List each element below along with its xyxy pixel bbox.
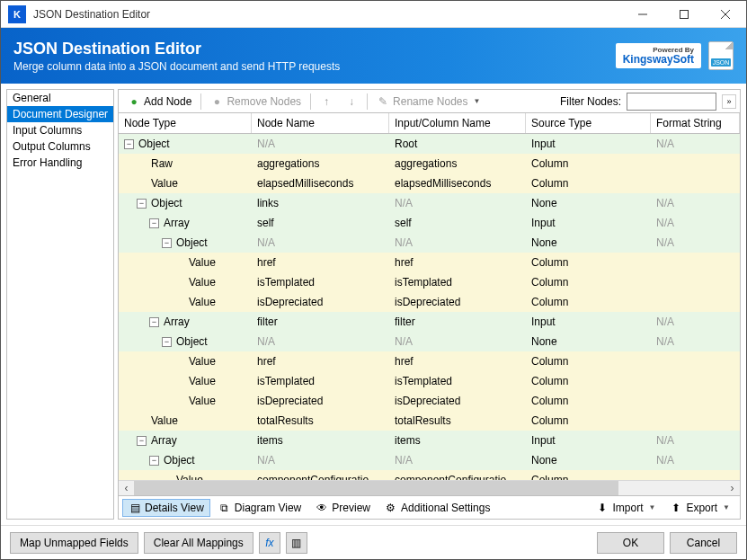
collapse-icon[interactable]: − — [149, 456, 159, 466]
table-row[interactable]: −ObjectN/AN/ANoneN/A — [119, 332, 740, 351]
sidebar: GeneralDocument DesignerInput ColumnsOut… — [6, 89, 114, 520]
cell: Column — [526, 296, 651, 308]
minus-icon: ● — [210, 95, 223, 108]
cell: N/A — [651, 217, 740, 229]
move-up-button[interactable]: ↑ — [315, 93, 338, 110]
table-row[interactable]: ValueelapsedMillisecondselapsedMilliseco… — [119, 173, 740, 193]
cell: Column — [526, 474, 651, 480]
remove-nodes-button[interactable]: ●Remove Nodes — [205, 93, 307, 110]
mapping-icon-button[interactable]: ▥ — [286, 532, 307, 554]
col-node-type[interactable]: Node Type — [119, 113, 252, 133]
sidebar-item-output-columns[interactable]: Output Columns — [7, 138, 113, 155]
fx-icon: fx — [265, 537, 273, 549]
cell: isTemplated — [389, 276, 526, 289]
table-row[interactable]: −ObjectN/ARootInputN/A — [119, 134, 740, 154]
import-button[interactable]: ⬇Import▼ — [590, 499, 662, 517]
collapse-icon[interactable]: − — [137, 199, 147, 209]
horizontal-scrollbar[interactable]: ‹ › — [119, 480, 740, 495]
table-row[interactable]: −ObjectN/AN/ANoneN/A — [119, 450, 740, 470]
table-row[interactable]: −ArrayitemsitemsInputN/A — [119, 431, 740, 450]
cancel-button[interactable]: Cancel — [670, 532, 737, 554]
rename-nodes-button[interactable]: ✎Rename Nodes▼ — [371, 93, 485, 110]
table-row[interactable]: −ObjectN/AN/ANoneN/A — [119, 233, 740, 253]
collapse-icon[interactable]: − — [162, 337, 172, 347]
cell: isDepreciated — [389, 296, 526, 308]
scroll-left-icon[interactable]: ‹ — [119, 481, 134, 496]
cell: isDepreciated — [252, 296, 389, 308]
table-row[interactable]: ValuehrefhrefColumn — [119, 253, 740, 272]
cell: isTemplated — [252, 276, 389, 289]
json-badge: JSON — [711, 58, 732, 67]
add-node-button[interactable]: ●Add Node — [122, 93, 197, 110]
node-type-label: Value — [187, 256, 216, 269]
table-row[interactable]: −ObjectlinksN/ANoneN/A — [119, 193, 740, 213]
expand-button[interactable]: » — [722, 94, 736, 109]
filter-input[interactable] — [627, 93, 716, 111]
table-row[interactable]: ValuehrefhrefColumn — [119, 351, 740, 371]
table-row[interactable]: RawaggregationsaggregationsColumn — [119, 154, 740, 173]
close-button[interactable] — [705, 1, 746, 28]
cell: href — [389, 256, 526, 269]
collapse-icon[interactable]: − — [149, 317, 159, 327]
col-input-column[interactable]: Input/Column Name — [389, 113, 526, 133]
collapse-icon[interactable]: − — [137, 436, 147, 446]
cell: Input — [526, 316, 651, 328]
cell: N/A — [651, 236, 740, 249]
maximize-button[interactable] — [663, 1, 705, 28]
node-type-label: Object — [149, 197, 182, 209]
cell: isDepreciated — [252, 395, 389, 407]
table-row[interactable]: ValueisDepreciatedisDepreciatedColumn — [119, 391, 740, 411]
node-type-label: Value — [187, 296, 216, 308]
cell: isTemplated — [389, 375, 526, 387]
scroll-right-icon[interactable]: › — [725, 481, 740, 496]
clear-mappings-button[interactable]: Clear All Mappings — [144, 532, 253, 554]
table-row[interactable]: ValuetotalResultstotalResultsColumn — [119, 411, 740, 431]
sidebar-item-general[interactable]: General — [7, 90, 113, 106]
col-node-name[interactable]: Node Name — [252, 113, 389, 133]
collapse-icon[interactable]: − — [162, 238, 172, 248]
export-label: Export — [686, 502, 717, 514]
fx-button[interactable]: fx — [259, 532, 280, 554]
cell: self — [252, 217, 389, 229]
tab-details-view[interactable]: ▤Details View — [122, 499, 210, 517]
banner: JSON Destination Editor Merge column dat… — [1, 28, 746, 84]
minimize-button[interactable] — [622, 1, 663, 28]
table-row[interactable]: −ArrayfilterfilterInputN/A — [119, 312, 740, 332]
tab-diagram-view[interactable]: ⧉Diagram View — [212, 499, 307, 517]
sidebar-item-input-columns[interactable]: Input Columns — [7, 122, 113, 138]
preview-icon: 👁 — [316, 502, 328, 514]
table-row[interactable]: ValueisTemplatedisTemplatedColumn — [119, 371, 740, 391]
cell: href — [252, 355, 389, 368]
scroll-thumb[interactable] — [134, 481, 618, 495]
sidebar-item-document-designer[interactable]: Document Designer — [7, 106, 113, 122]
brand-logo: Powered By KingswaySoft — [616, 43, 701, 68]
plus-icon: ● — [128, 95, 140, 108]
collapse-icon[interactable]: − — [149, 218, 159, 228]
cell: N/A — [651, 197, 740, 209]
brand-name: KingswaySoft — [623, 54, 694, 65]
move-down-button[interactable]: ↓ — [340, 93, 363, 110]
col-format-string[interactable]: Format String — [651, 113, 740, 133]
export-button[interactable]: ⬆Export▼ — [663, 499, 736, 517]
cell: N/A — [651, 434, 740, 447]
table-row[interactable]: ValuecomponentConfigurationGro...compone… — [119, 470, 740, 480]
separator — [367, 93, 368, 110]
col-source-type[interactable]: Source Type — [526, 113, 651, 133]
table-row[interactable]: ValueisDepreciatedisDepreciatedColumn — [119, 292, 740, 312]
tab-preview[interactable]: 👁Preview — [309, 499, 377, 517]
table-row[interactable]: −ArrayselfselfInputN/A — [119, 213, 740, 233]
ok-button[interactable]: OK — [597, 532, 664, 554]
node-type-label: Value — [187, 395, 216, 407]
sidebar-item-error-handling[interactable]: Error Handling — [7, 155, 113, 171]
table-row[interactable]: ValueisTemplatedisTemplatedColumn — [119, 272, 740, 292]
tab-additional-settings[interactable]: ⚙Additional Settings — [378, 499, 496, 517]
cell: N/A — [651, 138, 740, 150]
cell: N/A — [389, 236, 526, 249]
collapse-icon[interactable]: − — [124, 139, 134, 149]
map-unmapped-button[interactable]: Map Unmapped Fields — [10, 532, 138, 554]
grid: Node Type Node Name Input/Column Name So… — [119, 113, 740, 495]
cell: self — [389, 217, 526, 229]
tab-settings-label: Additional Settings — [401, 502, 490, 514]
import-label: Import — [612, 502, 643, 514]
cell: Input — [526, 434, 651, 447]
